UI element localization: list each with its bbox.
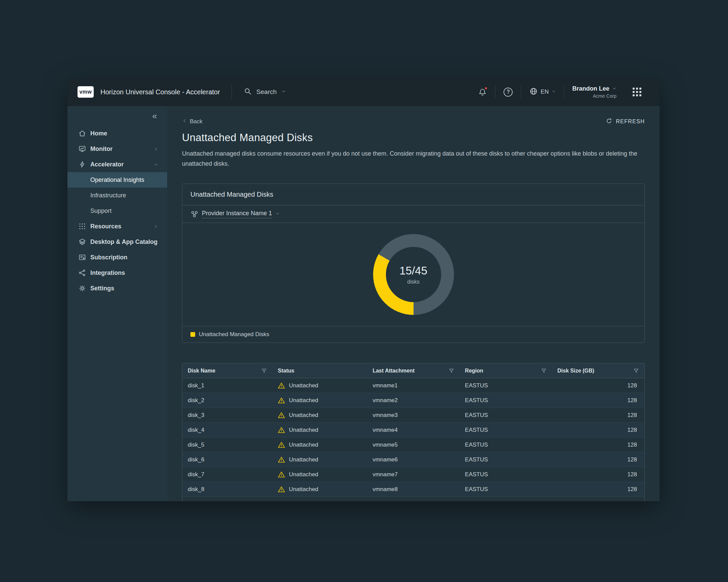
top-header-bar: vmw Horizon Universal Console - Accelera…	[68, 78, 659, 106]
filter-icon[interactable]	[449, 368, 454, 373]
table-row[interactable]: disk_1 Unattached vmname1 EASTUS 128	[182, 378, 644, 393]
cell-disk-name: disk_5	[182, 442, 272, 448]
unattached-disks-card: Unattached Managed Disks Provider Instan…	[182, 184, 645, 343]
cell-disk-name: disk_3	[182, 412, 272, 419]
table-row[interactable]: disk_4 Unattached vmname4 EASTUS 128	[182, 423, 644, 438]
sidebar-item-monitor[interactable]: Monitor	[68, 141, 167, 157]
status-label: Unattached	[289, 397, 318, 404]
sidebar-item-settings[interactable]: Settings	[68, 281, 167, 296]
language-label: EN	[541, 89, 549, 95]
accelerator-icon	[78, 160, 86, 168]
cell-last-attachment: vmname1	[367, 382, 459, 389]
globe-icon	[529, 87, 538, 97]
vmware-logo[interactable]: vmw	[78, 86, 94, 98]
warning-icon	[278, 412, 285, 419]
status-label: Unattached	[289, 471, 318, 478]
sidebar-item-desktop-app-catalog[interactable]: Desktop & App Catalog	[68, 234, 167, 250]
chevron-down-icon	[153, 162, 158, 167]
cell-status: Unattached	[272, 412, 367, 419]
status-label: Unattached	[289, 486, 318, 493]
cell-disk-size: 128	[552, 412, 644, 419]
search-icon	[243, 87, 252, 97]
disks-table: Disk Name Status Last Attachment	[182, 363, 645, 501]
table-row[interactable]: disk_3 Unattached vmname3 EASTUS 128	[182, 408, 644, 423]
cell-region: EASTUS	[460, 486, 552, 493]
warning-icon	[278, 456, 285, 464]
provider-icon	[190, 210, 199, 218]
accelerator-subnav: Operational Insights Infrastructure Supp…	[68, 172, 167, 219]
sidebar-item-operational-insights[interactable]: Operational Insights	[68, 172, 167, 188]
sidebar-item-support[interactable]: Support	[68, 203, 167, 219]
search-trigger[interactable]: Search	[243, 87, 286, 97]
provider-instance-label: Provider Instance Name 1	[202, 210, 272, 218]
sidebar-item-label: Settings	[90, 285, 114, 292]
table-row[interactable]: disk_6 Unattached vmname6 EASTUS 128	[182, 452, 644, 467]
column-label: Status	[278, 368, 294, 374]
sidebar-item-resources[interactable]: Resources	[68, 219, 167, 234]
chevron-left-icon	[182, 118, 187, 125]
table-body: disk_1 Unattached vmname1 EASTUS 128 dis…	[182, 378, 644, 501]
cell-region: EASTUS	[460, 427, 552, 434]
sidebar-item-infrastructure[interactable]: Infrastructure	[68, 188, 167, 203]
status-label: Unattached	[289, 456, 318, 463]
table-row[interactable]: disk_2 Unattached vmname2 EASTUS 128	[182, 393, 644, 408]
notification-dot	[484, 87, 488, 90]
language-selector[interactable]: EN	[521, 84, 564, 100]
cell-last-attachment: vmname2	[367, 397, 459, 404]
sidebar-collapse-button[interactable]: «	[68, 106, 167, 126]
sidebar-item-label: Desktop & App Catalog	[90, 239, 157, 246]
page-description: Unattached managed disks consume resourc…	[182, 148, 645, 169]
provider-instance-dropdown[interactable]: Provider Instance Name 1	[190, 210, 280, 218]
cell-status: Unattached	[272, 382, 367, 389]
table-row[interactable]: disk_5 Unattached vmname5 EASTUS 128	[182, 438, 644, 452]
cell-status: Unattached	[272, 486, 367, 493]
warning-icon	[278, 486, 285, 493]
help-button[interactable]: ?	[495, 84, 521, 100]
warning-icon	[278, 426, 285, 434]
sidebar-item-label: Accelerator	[90, 161, 124, 168]
warning-icon	[278, 441, 285, 449]
sidebar-item-subscription[interactable]: Subscription	[68, 250, 167, 265]
user-menu[interactable]: Brandon Lee Acme Corp	[564, 84, 625, 100]
filter-icon[interactable]	[633, 368, 639, 373]
chevron-right-icon	[153, 224, 158, 229]
column-header-disk-name: Disk Name	[182, 368, 272, 374]
app-title: Horizon Universal Console - Accelerator	[100, 88, 220, 96]
filter-icon[interactable]	[541, 368, 547, 373]
table-row[interactable]: disk_7 Unattached vmname7 EASTUS 128	[182, 467, 644, 482]
cell-disk-size: 128	[552, 471, 644, 478]
card-title: Unattached Managed Disks	[182, 184, 644, 205]
cell-region: EASTUS	[460, 412, 552, 419]
sidebar-item-integrations[interactable]: Integrations	[68, 265, 167, 281]
back-button[interactable]: Back	[182, 118, 203, 125]
column-label: Region	[465, 368, 483, 374]
user-org: Acme Corp	[572, 93, 617, 99]
sidebar-item-label: Home	[90, 130, 107, 137]
main-content: Back REFRESH Unattached Managed Disks Un…	[167, 106, 659, 501]
layers-icon	[78, 238, 86, 246]
refresh-icon	[606, 117, 613, 126]
app-launcher-button[interactable]	[625, 84, 649, 100]
table-row-partial	[182, 497, 644, 501]
cell-status: Unattached	[272, 471, 367, 478]
notifications-button[interactable]	[470, 84, 495, 100]
chevron-down-icon	[281, 88, 286, 96]
sidebar-item-home[interactable]: Home	[68, 126, 167, 141]
app-window: vmw Horizon Universal Console - Accelera…	[68, 78, 659, 501]
table-row[interactable]: disk_8 Unattached vmname8 EASTUS 128	[182, 482, 644, 497]
cell-disk-size: 128	[552, 382, 644, 389]
cell-status: Unattached	[272, 426, 367, 434]
cell-disk-name: disk_6	[182, 456, 272, 463]
search-label: Search	[257, 88, 277, 96]
refresh-button[interactable]: REFRESH	[606, 117, 645, 126]
header-divider	[232, 85, 232, 99]
filter-icon[interactable]	[261, 368, 267, 373]
donut-center: 15/45 disks	[386, 247, 441, 302]
cell-disk-name: disk_1	[182, 382, 272, 389]
status-label: Unattached	[289, 427, 318, 434]
warning-icon	[278, 382, 285, 389]
donut-sublabel: disks	[407, 279, 419, 285]
cell-disk-name: disk_4	[182, 427, 272, 434]
column-label: Disk Name	[188, 368, 215, 374]
sidebar-item-accelerator[interactable]: Accelerator	[68, 157, 167, 172]
